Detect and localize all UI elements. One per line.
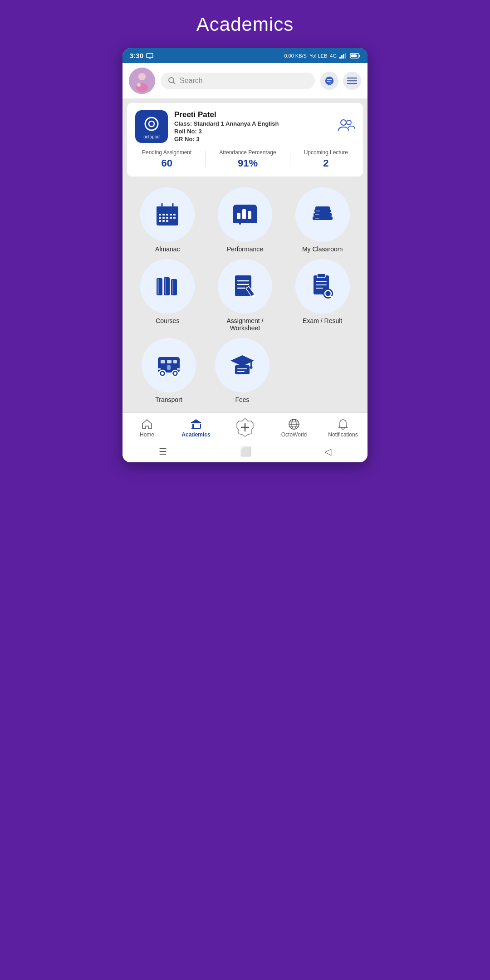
svg-rect-35: [166, 217, 168, 219]
grid-item-classroom[interactable]: My Classroom: [289, 187, 356, 253]
battery-icon: [350, 53, 360, 59]
roll-detail: Roll No: 3: [174, 128, 331, 135]
svg-rect-38: [159, 220, 161, 222]
stat-lecture: Upcoming Lecture 2: [304, 149, 348, 169]
grid-item-transport[interactable]: Transport: [135, 338, 202, 403]
svg-rect-79: [167, 365, 171, 370]
grid-item-almanac[interactable]: Almanac: [134, 187, 201, 253]
grid-item-assignment[interactable]: Assignment / Worksheet: [211, 259, 279, 332]
menu-button[interactable]: [343, 72, 361, 90]
page-title: Academics: [196, 14, 294, 35]
stat-pending: Pending Assignment 60: [142, 149, 191, 169]
nav-academics-label: Academics: [181, 431, 210, 438]
home-icon: [141, 418, 153, 430]
grid-item-performance[interactable]: Performance: [211, 187, 279, 253]
svg-point-88: [250, 366, 253, 369]
svg-rect-77: [167, 360, 172, 363]
svg-rect-57: [164, 277, 170, 295]
svg-rect-93: [192, 424, 194, 428]
courses-icon: [153, 272, 182, 301]
svg-rect-84: [158, 368, 161, 370]
transport-label: Transport: [155, 396, 182, 403]
svg-rect-56: [157, 279, 159, 294]
nav-home[interactable]: Home: [129, 418, 165, 438]
search-placeholder: Search: [180, 77, 203, 85]
nav-notifications-label: Notifications: [328, 431, 358, 438]
exam-label: Exam / Result: [303, 317, 342, 324]
nav-home-label: Home: [140, 431, 154, 438]
svg-point-12: [137, 83, 141, 87]
stats-row: Pending Assignment 60 Attendance Percent…: [135, 143, 355, 172]
class-detail: Class: Standard 1 Annanya A English: [174, 120, 331, 127]
svg-rect-1: [149, 58, 151, 59]
svg-rect-68: [317, 274, 325, 278]
nav-notifications[interactable]: Notifications: [325, 418, 361, 438]
almanac-circle: [140, 187, 195, 242]
grid-item-fees[interactable]: Fees: [209, 338, 276, 403]
svg-rect-51: [315, 206, 330, 210]
octopod-logo-icon: [142, 114, 161, 133]
avatar[interactable]: [129, 68, 155, 94]
svg-rect-58: [165, 278, 166, 294]
svg-point-83: [174, 372, 176, 375]
stat-divider-1: [205, 151, 206, 167]
almanac-icon: [153, 200, 182, 229]
svg-rect-43: [233, 220, 257, 223]
stat-attendance-value: 91%: [219, 157, 276, 169]
search-bar[interactable]: Search: [161, 73, 315, 89]
chat-button[interactable]: [320, 72, 338, 90]
android-nav: ☰ ⬜ ◁: [122, 441, 368, 462]
svg-point-15: [325, 77, 333, 85]
family-icon[interactable]: [338, 117, 355, 136]
grid-row-1: Almanac: [129, 187, 361, 253]
nav-octoworld[interactable]: OctoWorld: [276, 418, 312, 438]
svg-rect-2: [339, 57, 341, 59]
svg-rect-3: [341, 55, 343, 59]
bell-icon: [337, 418, 349, 430]
svg-rect-8: [359, 55, 360, 57]
nav-academics[interactable]: Academics: [178, 418, 214, 438]
svg-rect-45: [242, 209, 246, 219]
status-time: 3:30: [130, 52, 143, 59]
almanac-label: Almanac: [155, 245, 180, 253]
grid-item-courses[interactable]: Courses: [134, 259, 201, 332]
svg-rect-55: [157, 278, 162, 295]
grid-item-exam[interactable]: Exam / Result: [289, 259, 356, 332]
network-type: 4G: [330, 53, 337, 59]
gr-detail: GR No: 3: [174, 136, 331, 142]
header: Search: [122, 63, 368, 98]
performance-label: Performance: [227, 245, 263, 253]
exam-icon: [308, 272, 337, 301]
svg-point-22: [347, 120, 351, 125]
courses-label: Courses: [156, 317, 179, 324]
stat-divider-2: [290, 151, 290, 167]
svg-rect-28: [159, 214, 161, 216]
screen-icon: [146, 53, 153, 59]
profile-card: octopod Preeti Patel Class: Standard 1 A…: [127, 103, 363, 176]
android-back-btn[interactable]: ◁: [324, 446, 331, 457]
android-menu-btn[interactable]: ☰: [159, 446, 167, 457]
nav-plus[interactable]: [227, 417, 263, 439]
assignment-label: Assignment / Worksheet: [211, 317, 279, 332]
android-home-btn[interactable]: ⬜: [240, 446, 251, 457]
carrier: Yo! LEB: [309, 53, 327, 59]
phone-frame: 3:30 0.00 KB/S Yo! LEB 4G: [122, 48, 368, 462]
transport-icon: [154, 351, 183, 380]
svg-point-10: [138, 73, 146, 80]
svg-line-14: [173, 82, 176, 84]
svg-rect-37: [173, 217, 176, 219]
grid-row-3: Transport Fees: [129, 338, 361, 403]
svg-rect-76: [161, 360, 165, 363]
classroom-label: My Classroom: [302, 245, 343, 253]
svg-point-20: [149, 121, 154, 127]
svg-point-82: [161, 372, 164, 375]
svg-rect-89: [235, 365, 250, 374]
svg-rect-40: [166, 220, 168, 222]
svg-point-19: [145, 118, 158, 130]
grid-row-2: Courses As: [129, 259, 361, 332]
svg-rect-39: [162, 220, 165, 222]
svg-rect-44: [237, 213, 240, 219]
svg-rect-4: [343, 54, 344, 59]
svg-rect-92: [191, 422, 201, 423]
svg-rect-30: [166, 214, 168, 216]
